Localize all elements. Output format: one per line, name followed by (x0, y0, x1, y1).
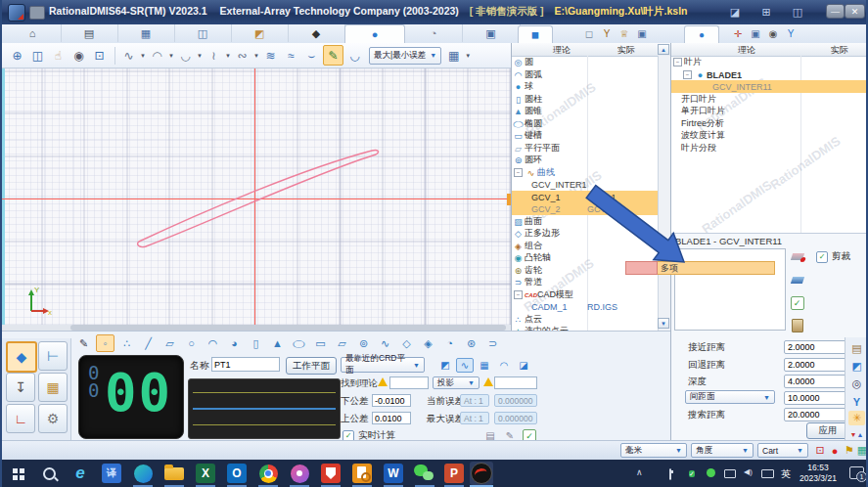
minimize-button[interactable]: — (826, 4, 845, 19)
plane-feature-icon[interactable]: ▱ (160, 334, 179, 352)
collapse-icon[interactable] (673, 58, 682, 66)
tools-button[interactable]: ⚙ (38, 404, 68, 433)
projection-value-input[interactable] (494, 376, 537, 389)
sphere-feature-icon[interactable]: ◕ (225, 334, 244, 352)
battery-icon[interactable] (669, 469, 671, 479)
retract-distance-input[interactable] (784, 358, 846, 372)
tray-expand-icon[interactable]: ∧ (636, 467, 643, 477)
taskbar-explorer[interactable] (162, 462, 186, 485)
crown-icon[interactable]: ♕ (617, 25, 632, 42)
tree-item-gcv-2-selected[interactable]: GCV_2GCV_2 (512, 202, 658, 215)
dropdown-arrow[interactable]: ▼ (168, 46, 174, 65)
dropdown-arrow[interactable]: ▼ (197, 46, 203, 65)
ellipse-feature-icon[interactable]: ◯ (289, 337, 309, 350)
probe-button[interactable]: ↧ (6, 373, 35, 402)
taskbar-security-app[interactable] (319, 462, 343, 485)
tree-item-polygon[interactable]: ◇正多边形 (512, 227, 658, 240)
taskbar-clock[interactable]: 16:53 2023/3/21 (793, 463, 844, 484)
curve-tool-3-icon[interactable]: ◡ (176, 46, 195, 65)
tree-item-circle[interactable]: ◎圆 (512, 56, 658, 68)
tree-item-gcv-inter11-selected[interactable]: GCV_INTER11 (671, 80, 868, 93)
projection-dropdown[interactable]: 投影▼ (433, 376, 480, 389)
confirm-icon[interactable] (790, 296, 804, 309)
zoom-window-icon[interactable]: ◫ (28, 46, 47, 65)
tree-item-single-open-blade[interactable]: 单开口叶片 (671, 105, 868, 117)
tab-file[interactable]: ⌂ (4, 24, 62, 42)
tree-item-sphere[interactable]: ●球 (512, 80, 658, 93)
window-alert-icon[interactable]: ⊞ (757, 5, 775, 19)
taskbar-edge[interactable] (131, 462, 155, 485)
find-strip-icon[interactable]: ◎ (848, 376, 865, 391)
clip-checkbox[interactable]: 剪裁 (816, 250, 850, 263)
axes-icon[interactable]: ✛ (730, 25, 746, 42)
angle-dropdown[interactable]: 角度▼ (691, 443, 754, 458)
disc-feature-icon[interactable]: ◔ (440, 334, 459, 352)
cylinder-feature-icon[interactable]: ▯ (247, 334, 265, 352)
probe-y-strip-icon[interactable]: Y (848, 394, 865, 409)
point-cloud-feature-icon[interactable]: ∴ (117, 334, 136, 352)
tree-item-slot[interactable]: ▭键槽 (512, 129, 658, 142)
tab-probe[interactable]: ◆ (288, 24, 345, 42)
model-strip-icon[interactable]: ◩ (848, 359, 865, 374)
dropdown-arrow[interactable]: ▼ (253, 46, 259, 65)
edit-section-icon[interactable] (790, 274, 804, 287)
slot-feature-icon[interactable]: ▭ (311, 334, 330, 352)
window-menu-icon[interactable] (29, 6, 45, 20)
scroll-up-button[interactable]: ▲ (658, 44, 669, 55)
workplane-button[interactable]: 工作平面 (286, 357, 337, 375)
depth-input[interactable] (784, 375, 846, 388)
spacing-plane-dropdown[interactable]: 间距面▼ (685, 390, 775, 404)
tab-evaluate[interactable]: ◔ (405, 24, 463, 42)
tab-view[interactable]: ▦ (117, 24, 175, 42)
touch-keyboard-icon[interactable] (761, 469, 774, 478)
input-language-indicator[interactable]: 英 (781, 467, 791, 481)
machine-view-button[interactable]: ◆ (6, 341, 37, 373)
tree-item-waviness-calc[interactable]: 波纹度计算 (671, 129, 868, 142)
arc-tab-icon[interactable]: ◠ (495, 358, 513, 373)
wechat-tray-icon[interactable] (707, 468, 715, 477)
theory-input[interactable] (389, 376, 429, 389)
grid-status-icon[interactable]: ▦ (854, 443, 868, 458)
tab-report[interactable]: ▤ (61, 24, 118, 42)
report-strip-icon[interactable]: ▤ (848, 341, 865, 356)
camera-tray-icon[interactable] (724, 469, 736, 478)
solve-tab-icon[interactable]: ◩ (436, 358, 454, 373)
taskbar-design-app[interactable] (288, 462, 311, 485)
pipe-feature-icon[interactable]: ⊃ (483, 334, 502, 352)
middle-panel-tab[interactable]: ◼ (518, 25, 553, 43)
torus-feature-icon[interactable]: ⊚ (354, 334, 373, 352)
tab-communicate[interactable]: ◫ (174, 24, 232, 42)
cone-feature-icon[interactable]: ▲ (268, 334, 287, 352)
path-status-icon[interactable]: ⊡ (812, 443, 828, 458)
right-panel-tab[interactable]: ● (684, 25, 719, 43)
apply-button[interactable]: 应用 (806, 422, 849, 439)
taskbar-chrome[interactable] (256, 462, 280, 485)
filter-y-icon[interactable]: Y (599, 25, 615, 42)
taskbar-powerpoint[interactable]: P (442, 462, 466, 485)
antivirus-tray-icon[interactable] (689, 468, 695, 478)
line-feature-icon[interactable]: ╱ (139, 334, 158, 352)
search-distance-input[interactable] (784, 408, 846, 421)
dropdown-arrow[interactable]: ▼ (225, 46, 231, 65)
curve-pen-icon-selected[interactable]: ✎ (323, 45, 343, 66)
viewport-canvas[interactable]: Y x (2, 68, 512, 331)
curve-feature-icon[interactable]: ∿ (376, 334, 394, 352)
taskbar-ie[interactable]: e (69, 462, 92, 485)
error-mode-dropdown[interactable]: 最大|最小误差▼ (369, 47, 441, 65)
monitor-icon[interactable]: ▣ (634, 25, 650, 42)
tree-item-blade-root[interactable]: 叶片 (671, 56, 868, 68)
gauge-button[interactable]: ▦ (38, 373, 68, 402)
scroll-down-button[interactable]: ▼ (658, 318, 669, 329)
taskbar-wechat[interactable] (413, 462, 436, 485)
spacing-value-input[interactable] (784, 391, 846, 405)
curve-tool-5-icon[interactable]: ∾ (233, 46, 251, 65)
curve-tool-2-icon[interactable]: ◠ (148, 46, 166, 65)
collapse-icon[interactable] (514, 290, 523, 299)
taskbar-dictionary[interactable]: 译 (100, 462, 123, 485)
caliper-button[interactable]: ⊢ (38, 341, 68, 371)
curve-tool-4-icon[interactable]: ≀ (205, 46, 223, 65)
exit-icon[interactable] (790, 319, 804, 332)
gear-feature-icon[interactable]: ⊛ (462, 334, 480, 352)
tree-scrollbar[interactable] (658, 56, 670, 331)
collapse-icon[interactable] (514, 168, 523, 177)
